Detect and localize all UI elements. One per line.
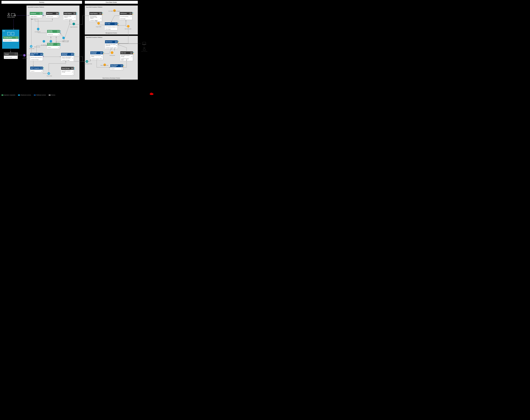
stream-icon: IOIOIIOII xyxy=(100,52,102,54)
label-sensor-data: Sensor Data xyxy=(29,48,34,49)
ocp-title-factory: OpenShift Container Platform xyxy=(28,6,44,8)
chart-icon: ▥ xyxy=(115,41,117,43)
redhat-logo xyxy=(149,92,154,95)
bubble-save-ml-model xyxy=(127,25,130,28)
label-save-ml-model: Save ML model xyxy=(125,28,131,29)
card-image-registry-core: Image Registry⊞ Red Hat Quay | OpenShift… xyxy=(89,12,102,22)
label-ml-wrapper: ML model / Seldon wrapper xyxy=(109,11,120,12)
ocp-title-ds: OpenShift Container Platform xyxy=(86,37,103,38)
label-image-builds: Image Builds xyxy=(96,26,101,27)
label-sensor-data-2: Sensor Data xyxy=(47,75,52,76)
actor-ide: IDE xyxy=(141,42,147,46)
envelope-icon: ✉ xyxy=(40,53,42,55)
card-distributed-streaming-core: Distributed StreamingIOIOIIOII Red Hat A… xyxy=(90,51,103,60)
database-icon: ◍ xyxy=(71,67,73,69)
bubble-image-builds xyxy=(97,22,100,25)
card-messaging-consumer: Messaging Consumer▢ Node.jsx1 xyxy=(47,43,60,49)
registry-icon: ⊞ xyxy=(74,13,75,14)
card-mqtt-integration: MQTT Integration⤨ Camel Kx1 xyxy=(30,67,43,72)
app-icon: ▢ xyxy=(57,43,59,45)
cluster-label-mgmt: Management Cluster xyxy=(85,32,138,34)
card-line-data-server: Line Data Server Field-bus GatewayxN xyxy=(3,36,19,42)
bubble-sensor-data-2: ✉ xyxy=(47,72,50,75)
bubble-ml-inference xyxy=(50,40,52,42)
legend-swatch-svc xyxy=(49,95,51,96)
database-icon: ◍ xyxy=(130,52,132,54)
route-icon: ⤨ xyxy=(121,65,122,67)
zone-title-core: Core Data Center xyxy=(85,1,138,4)
actor-data-scientists: Data scientists xyxy=(141,47,148,52)
app-icon: ▢ xyxy=(57,30,59,32)
card-edge-message-broker: Edge Message Broker✉ Red Hat AMQ (Artemi… xyxy=(30,53,43,61)
legend: Application components Infrastructure se… xyxy=(1,95,55,96)
route-icon: ⤨ xyxy=(40,67,42,69)
bubble-mirror-sensor: ✉ xyxy=(86,60,88,63)
cluster-label-ds: Data Science Developer Cluster xyxy=(85,77,138,79)
label-ml-inference: ML Inference xyxy=(41,44,47,45)
code-icon: </> xyxy=(130,13,132,14)
label-real-time-data: Real time data xyxy=(34,46,40,47)
shield-icon xyxy=(15,53,17,55)
card-anomaly-detection: Anomaly Detection▢ SeldonCorex1 xyxy=(47,30,60,36)
card-event-stream-integration: Event Stream Integration⤨ Camel Kx3 xyxy=(110,64,123,70)
card-webserver: Web Server▤ Apache Serverx1 xyxy=(46,12,59,18)
bubble-container-image xyxy=(62,37,65,39)
card-ml-cicd: ML CI/CD⎇ OCP Pipelines, Skopeox3 File S… xyxy=(105,22,118,30)
bubble-sensor-mqtt: ✉ xyxy=(23,54,26,56)
laptop-icon xyxy=(143,42,146,44)
label-sensor-mqtt: Sensor Data MQTT xyxy=(22,57,28,59)
label-image-replication: Image Replication xyxy=(70,27,78,28)
label-store-sensor: Store Sensor Data xyxy=(101,65,108,66)
ocp-title-mgmt: OpenShift Container Platform xyxy=(86,6,103,8)
card-data-science: Data Science▥ Open Data Hub Jupyter Note… xyxy=(105,40,118,49)
label-container-image: Container image with ML model xyxy=(61,40,70,42)
legend-swatch-infra xyxy=(18,95,20,96)
card-firewall: Firewall HW/SW Firewallx1 xyxy=(4,52,18,59)
bubble-image-replication xyxy=(73,23,75,25)
card-image-registry-factory: Image Registry⊞ OpenShift Image Registry… xyxy=(63,12,76,20)
label-anomaly-alert: Anomaly Alert xyxy=(35,31,41,32)
pipeline-icon: ⎇ xyxy=(115,23,117,25)
zone-title-factory: Factory xyxy=(1,1,82,4)
bubble-realtime xyxy=(43,40,45,42)
label-mirror-sensor: Mirror Sensor Data xyxy=(84,63,92,64)
legend-swatch-app xyxy=(1,95,3,96)
line-title: Line xyxy=(3,30,19,31)
line-server-title: Line Data Server xyxy=(4,37,12,38)
label-training-data: Training data xyxy=(109,55,115,56)
card-dashboard: Dashboard▢ Angular Web UIx1 xyxy=(30,12,42,18)
bubble-anomaly-alert xyxy=(37,28,39,30)
actor-machine-operator: Machine Operator xyxy=(5,13,17,18)
legend-swatch-mw xyxy=(34,95,36,96)
card-scm-system: SCM System</> Git code repositoryx3 File… xyxy=(119,12,132,20)
bubble-sensor-data: ✉ xyxy=(30,45,32,48)
app-icon: ▢ xyxy=(40,13,42,14)
line-panel: Line Line Data Server Field-bus Gatewayx… xyxy=(2,30,19,49)
registry-icon: ⊞ xyxy=(99,13,101,14)
dot-purple xyxy=(19,41,20,41)
card-shared-storage: Shared Storage◍ OpenShift Container Stor… xyxy=(61,67,74,75)
card-data-lake: Data Lake◍ OpenShift Container Storagex3… xyxy=(120,51,133,61)
card-distributed-streaming-factory: Distributed StreamingIOIOIIOII Red Hat A… xyxy=(61,53,74,61)
window-icon: ▤ xyxy=(56,13,58,14)
bubble-training-data xyxy=(111,51,113,54)
svg-point-1 xyxy=(150,93,152,94)
stream-icon: IOIOIIOII xyxy=(71,53,73,55)
